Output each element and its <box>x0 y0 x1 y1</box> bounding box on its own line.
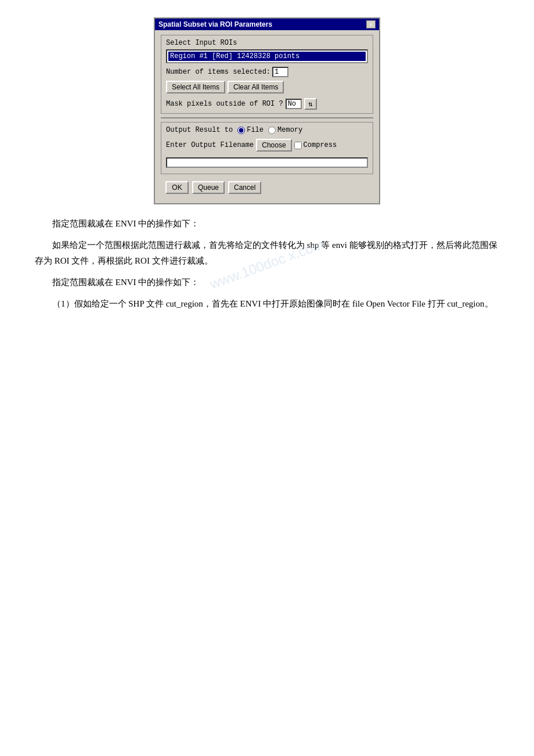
mask-label: Mask pixels outside of ROI ? <box>166 100 283 108</box>
file-radio-label: File <box>247 126 264 134</box>
filename-text-input[interactable] <box>166 157 368 168</box>
close-button[interactable]: × <box>366 20 376 28</box>
document-body: 指定范围裁减在 ENVI 中的操作如下： 如果给定一个范围根据此范围进行裁减，首… <box>35 216 499 312</box>
output-label: Output Result to <box>166 126 233 134</box>
roi-section: Select Input ROIs Region #1 [Red] 124283… <box>161 35 373 114</box>
num-items-label: Number of items selected: <box>166 68 270 76</box>
memory-radio-label: Memory <box>277 126 302 134</box>
num-items-input[interactable] <box>272 67 288 77</box>
choose-button[interactable]: Choose <box>256 139 291 152</box>
select-clear-buttons: Select All Items Clear All Items <box>166 81 368 93</box>
roi-listbox[interactable]: Region #1 [Red] 12428328 points <box>166 49 368 63</box>
items-count-row: Number of items selected: <box>166 67 368 77</box>
dialog-titlebar: Spatial Subset via ROI Parameters × <box>155 19 379 30</box>
roi-list-item[interactable]: Region #1 [Red] 12428328 points <box>168 52 366 61</box>
output-radio-row: Output Result to File Memory <box>166 126 368 134</box>
bottom-buttons: OK Queue Cancel <box>161 178 373 199</box>
dialog-title: Spatial Subset via ROI Parameters <box>158 20 272 28</box>
output-section: Output Result to File Memory Enter Outpu… <box>161 122 373 174</box>
mask-row: Mask pixels outside of ROI ? ⇅ <box>166 98 368 110</box>
memory-radio-group: Memory <box>268 126 302 134</box>
dialog-container: Spatial Subset via ROI Parameters × Sele… <box>35 17 499 204</box>
select-rois-label: Select Input ROIs <box>166 39 368 47</box>
doc-line2: 如果给定一个范围根据此范围进行裁减，首先将给定的文件转化为 shp 等 envi… <box>35 237 499 269</box>
section-divider <box>161 117 373 118</box>
doc-line4: （1）假如给定一个 SHP 文件 cut_region，首先在 ENVI 中打开… <box>35 296 499 312</box>
output-filename-label: Enter Output Filename <box>166 141 254 149</box>
doc-line1: 指定范围裁减在 ENVI 中的操作如下： <box>35 216 499 232</box>
queue-button[interactable]: Queue <box>192 181 225 194</box>
dialog-body: Select Input ROIs Region #1 [Red] 124283… <box>155 30 379 203</box>
compress-checkbox-row: Compress <box>294 141 337 149</box>
ok-button[interactable]: OK <box>165 181 189 194</box>
file-radio[interactable] <box>237 127 245 134</box>
mask-value-input[interactable] <box>286 99 302 109</box>
cancel-button[interactable]: Cancel <box>228 181 261 194</box>
memory-radio[interactable] <box>268 127 276 134</box>
compress-checkbox[interactable] <box>294 142 302 149</box>
select-all-button[interactable]: Select All Items <box>166 81 225 93</box>
output-filename-row: Enter Output Filename Choose Compress <box>166 139 368 152</box>
arrows-button[interactable]: ⇅ <box>304 98 317 110</box>
clear-all-button[interactable]: Clear All Items <box>228 81 284 93</box>
compress-label: Compress <box>304 141 337 149</box>
filename-input-container <box>166 155 368 170</box>
doc-line3: 指定范围裁减在 ENVI 中的操作如下： <box>35 275 499 290</box>
file-radio-group: File <box>237 126 264 134</box>
spatial-subset-dialog: Spatial Subset via ROI Parameters × Sele… <box>154 17 380 204</box>
